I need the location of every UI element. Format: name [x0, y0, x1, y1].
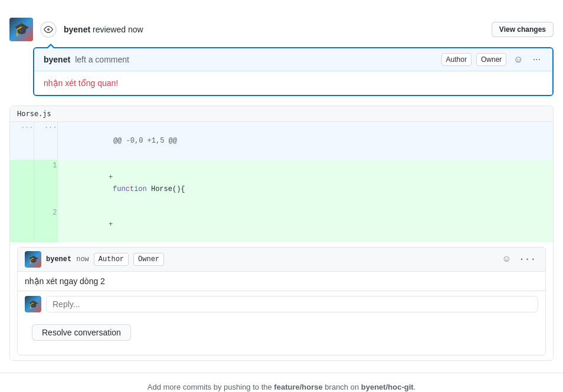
diff-table: ··· ··· @@ -0,0 +1,5 @@ 1 + function Hor…: [10, 122, 553, 360]
comment-body: nhận xét tổng quan!: [34, 71, 552, 95]
owner-tag: Owner: [476, 53, 506, 66]
hunk-label: @@ -0,0 +1,5 @@: [113, 137, 177, 145]
review-title: byenet reviewed now: [64, 25, 485, 34]
avatar: 🎓: [9, 18, 33, 41]
diff-hunk-row: ··· ··· @@ -0,0 +1,5 @@: [10, 122, 553, 160]
inline-comment-body: nhận xét ngay dòng 2: [18, 272, 545, 291]
author-tag: Author: [441, 53, 472, 66]
inline-comment-text: nhận xét ngay dòng 2: [25, 276, 105, 286]
view-changes-button[interactable]: View changes: [492, 22, 554, 37]
filename: Horse.js: [17, 110, 51, 118]
more-options-button[interactable]: ···: [531, 53, 543, 66]
comment-text: nhận xét tổng quan!: [44, 78, 118, 88]
footer-branch: feature/horse: [274, 383, 322, 391]
diff-line-2: 2 +: [10, 207, 553, 242]
diff-line-1: 1 + function Horse(){: [10, 160, 553, 207]
reviewer-username: byenet: [64, 25, 90, 34]
footer-text-middle: branch on: [323, 383, 361, 391]
inline-author-tag: Author: [94, 253, 129, 266]
footer-note: Add more commits by pushing to the featu…: [0, 373, 563, 392]
review-timestamp: now: [128, 25, 143, 34]
reply-avatar: 🎓: [25, 296, 41, 312]
review-action: reviewed: [93, 25, 126, 34]
line-content-1: + function Horse(){: [57, 160, 553, 207]
footer-text-after: .: [414, 383, 416, 391]
overview-comment-bubble: byenet left a comment Author Owner ☺ ···…: [33, 47, 554, 96]
inline-comment-header: 🎓 byenet now Author Owner ☺ ···: [18, 248, 545, 272]
emoji-button[interactable]: ☺: [511, 53, 525, 66]
resolve-button[interactable]: Resolve conversation: [32, 324, 131, 341]
file-header: Horse.js: [10, 106, 553, 122]
inline-username: byenet: [46, 255, 71, 263]
inline-comment-box: 🎓 byenet now Author Owner ☺ ···: [17, 247, 546, 355]
hunk-line-num-right: ···: [34, 122, 57, 160]
line-num-left-2: [10, 207, 34, 242]
diff-plus-sign: +: [109, 173, 113, 182]
line-num-right-1: 1: [34, 160, 57, 207]
line-content-2: +: [57, 207, 553, 242]
review-header: 🎓 byenet reviewed now View changes: [0, 12, 563, 47]
resolve-section: Resolve conversation: [18, 317, 545, 355]
reply-input[interactable]: [46, 296, 538, 312]
code-section: Horse.js ··· ··· @@ -0,0 +1,5 @@ 1 +: [9, 106, 554, 361]
comment-action: left a comment: [75, 55, 129, 64]
line-num-left-1: [10, 160, 34, 207]
eye-icon: [40, 21, 57, 38]
inline-owner-tag: Owner: [133, 253, 164, 266]
hunk-content: @@ -0,0 +1,5 @@: [57, 122, 553, 160]
inline-emoji-button[interactable]: ☺: [502, 253, 512, 266]
inline-comment-row: 🎓 byenet now Author Owner ☺ ···: [10, 242, 553, 360]
inline-timestamp: now: [76, 255, 89, 263]
comment-header: byenet left a comment Author Owner ☺ ···: [34, 48, 552, 71]
page-container: 🎓 byenet reviewed now View changes byene…: [0, 0, 563, 392]
inline-more-button[interactable]: ···: [516, 253, 538, 266]
reply-section: 🎓: [18, 291, 545, 317]
inline-comment-avatar: 🎓: [25, 251, 41, 268]
footer-text-before: Add more commits by pushing to the: [148, 383, 274, 391]
footer-repo: byenet/hoc-git: [361, 383, 414, 391]
hunk-line-num-left: ···: [10, 122, 34, 160]
comment-username: byenet: [44, 55, 70, 64]
line-num-right-2: 2: [34, 207, 57, 242]
